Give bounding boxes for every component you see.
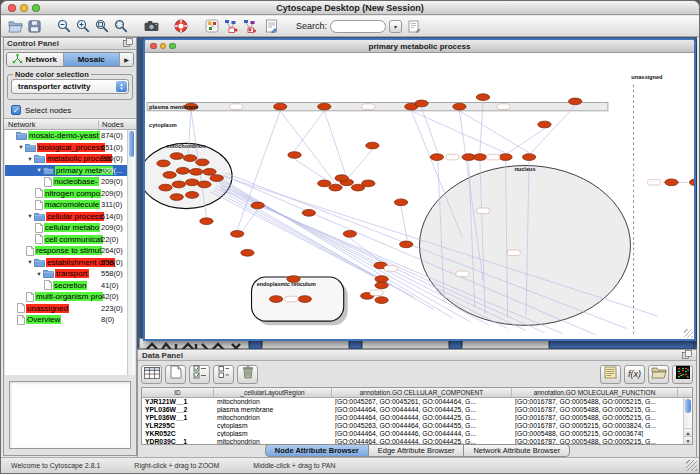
scroll-up-arrow[interactable]: ▲	[684, 428, 692, 436]
nucleus-region[interactable]	[420, 166, 631, 326]
column-header-2[interactable]: _cellularLayoutRegion	[214, 388, 332, 397]
column-header-3[interactable]: annotation.GO CELLULAR_COMPONENT	[332, 388, 512, 397]
network-node[interactable]	[170, 153, 183, 160]
network-node[interactable]	[198, 181, 211, 188]
network-node[interactable]	[159, 184, 172, 191]
column-header-1[interactable]: ID	[142, 388, 214, 397]
network-node[interactable]	[366, 142, 379, 149]
network-node[interactable]	[689, 179, 694, 186]
tree-item-macromolecule[interactable]: macromolecule311(0)	[5, 199, 127, 211]
save-icon[interactable]	[26, 18, 43, 34]
tree-item-cellular-process[interactable]: ▼cellular process614(0)	[5, 211, 127, 223]
network-node[interactable]	[318, 103, 331, 110]
network-node[interactable]	[196, 159, 209, 166]
snapshot-icon[interactable]	[143, 18, 160, 34]
network-view-window[interactable]: primary metabolic process plasma me	[143, 38, 696, 341]
network-node[interactable]	[172, 181, 185, 188]
layout-attribute-icon[interactable]	[241, 18, 258, 34]
tree-item-overview[interactable]: Overview8(0)	[5, 314, 127, 326]
float-panel-icon[interactable]	[682, 350, 692, 361]
network-node[interactable]	[203, 168, 216, 175]
birdseye-view[interactable]	[9, 381, 131, 449]
tree-item-response-to-stimul[interactable]: response to stimul264(0)	[5, 245, 127, 257]
tree-item-biological-process[interactable]: ▼biological_process651(0)	[5, 142, 127, 154]
tab-network[interactable]: Network	[7, 53, 64, 66]
tree-column-nodes[interactable]: Nodes	[99, 120, 136, 129]
delete-attribute-button[interactable]	[237, 365, 258, 384]
network-node[interactable]	[362, 180, 375, 187]
tree-expand-arrow-icon[interactable]: ▼	[35, 271, 43, 277]
table-row[interactable]: YJR121W__1mitochondrion[GO:0045267, GO:0…	[142, 398, 692, 406]
network-node[interactable]	[200, 218, 213, 225]
layout-xy-icon[interactable]	[222, 18, 239, 34]
tree-item-multi-organism-pro[interactable]: multi-organism pro42(0)	[5, 291, 127, 303]
network-node[interactable]	[394, 199, 407, 206]
tree-expand-arrow-icon[interactable]: ▼	[35, 167, 43, 173]
new-attribute-button[interactable]	[165, 365, 186, 384]
column-header-4[interactable]: annotation.GO MOLECULAR_FUNCTION	[512, 388, 678, 397]
network-node[interactable]	[185, 192, 198, 199]
network-node[interactable]	[183, 155, 196, 162]
tree-item-primary-metabo[interactable]: ▼primary metabo209(...	[5, 165, 127, 177]
network-node[interactable]	[231, 230, 244, 237]
tree-item-establishment-of-lo[interactable]: ▼establishment of lo558(0)	[5, 257, 127, 269]
tree-item-mosaic-demo-yeast[interactable]: mosaic-demo-yeast874(0)	[5, 130, 127, 142]
network-node[interactable]	[269, 296, 282, 303]
network-node[interactable]	[335, 175, 348, 182]
tree-item-secretion[interactable]: secretion41(0)	[5, 280, 127, 292]
tree-expand-arrow-icon[interactable]: ▼	[26, 259, 34, 265]
network-node[interactable]	[185, 179, 198, 186]
network-node[interactable]	[251, 202, 264, 209]
network-node[interactable]	[210, 175, 223, 182]
zoom-out-icon[interactable]	[55, 18, 72, 34]
network-node[interactable]	[190, 168, 203, 175]
network-node[interactable]	[453, 103, 466, 110]
attribute-table[interactable]: ID_cellularLayoutRegionannotation.GO CEL…	[141, 387, 693, 445]
network-node[interactable]	[163, 172, 176, 179]
table-scrollbar-thumb[interactable]	[685, 399, 691, 413]
tree-item-metabolic-process[interactable]: ▼metabolic process280(0)	[5, 153, 127, 165]
network-zoom-button[interactable]	[169, 43, 176, 50]
attribute-table-button[interactable]	[141, 365, 162, 384]
network-close-button[interactable]	[150, 43, 157, 50]
heatmap-button[interactable]	[672, 365, 693, 384]
search-dropdown-arrow[interactable]: ▾	[389, 20, 402, 33]
tree-column-network[interactable]: Network	[4, 120, 99, 129]
tree-item-nucleobase-[interactable]: nucleobase-209(0)	[5, 176, 127, 188]
plasma-membrane-region[interactable]	[147, 102, 608, 110]
tree-expand-arrow-icon[interactable]: ▼	[17, 144, 25, 150]
network-minimize-button[interactable]	[160, 43, 167, 50]
select-nodes-checkbox[interactable]: ✓	[11, 105, 21, 115]
table-scrollbar[interactable]: ▲ ▼	[683, 398, 692, 444]
network-node[interactable]	[499, 154, 512, 161]
node-color-select[interactable]: transporter activity ▲▼	[11, 79, 129, 94]
tab-network-attribute-browser[interactable]: Network Attribute Browser	[463, 444, 570, 457]
function-builder-button[interactable]: f(x)	[624, 365, 645, 384]
network-node[interactable]	[274, 103, 287, 110]
zoom-in-icon[interactable]	[74, 18, 91, 34]
table-row[interactable]: YKR052Ccytoplasm[GO:0044464, GO:0044446,…	[142, 430, 692, 438]
unselect-attributes-button[interactable]	[213, 365, 234, 384]
close-button[interactable]	[8, 4, 16, 12]
network-node[interactable]	[157, 160, 170, 167]
tab-node-attribute-browser[interactable]: Node Attribute Browser	[265, 444, 369, 457]
tree-scrollbar-thumb[interactable]	[129, 131, 134, 157]
open-icon[interactable]	[7, 18, 24, 34]
network-node[interactable]	[569, 98, 582, 105]
window-resize-grip[interactable]	[686, 460, 697, 471]
zoom-button[interactable]	[32, 4, 40, 12]
network-node[interactable]	[430, 154, 443, 161]
tabs-overflow-arrow[interactable]: ▶	[120, 53, 133, 66]
network-node[interactable]	[375, 282, 388, 289]
scroll-down-arrow[interactable]: ▼	[684, 436, 692, 444]
float-panel-icon[interactable]	[123, 38, 133, 49]
network-node[interactable]	[375, 297, 388, 304]
network-node[interactable]	[241, 249, 254, 256]
tree-item-cellular-metabo[interactable]: cellular metabo209(0)	[5, 222, 127, 234]
notes-button[interactable]	[600, 365, 621, 384]
network-window-titlebar[interactable]: primary metabolic process	[145, 40, 694, 53]
minimize-button[interactable]	[20, 4, 28, 12]
network-canvas[interactable]: plasma membrane cytoplasm mitochondrion …	[145, 53, 694, 339]
tree-expand-arrow-icon[interactable]: ▼	[26, 156, 34, 162]
network-node[interactable]	[400, 241, 413, 248]
